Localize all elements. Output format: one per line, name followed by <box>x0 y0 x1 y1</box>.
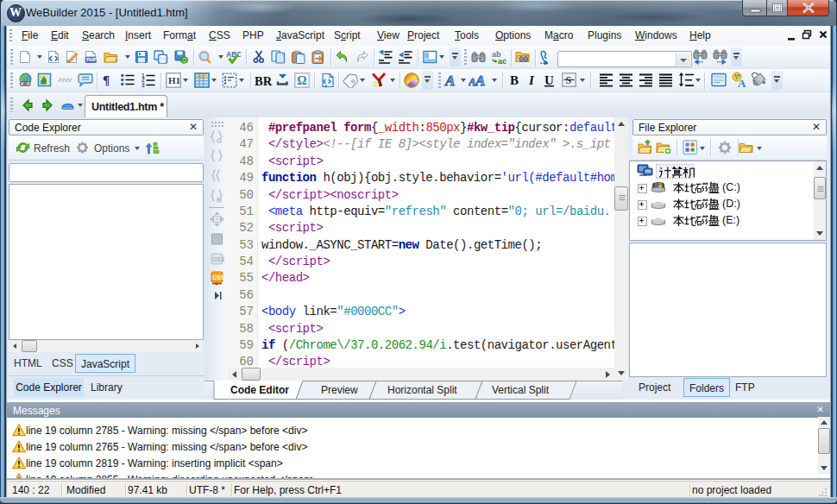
svg-text:ABC: ABC <box>226 50 241 59</box>
svg-text:¶: ¶ <box>103 73 110 87</box>
svg-text:H1: H1 <box>168 75 180 85</box>
svg-text:BR: BR <box>255 74 273 88</box>
svg-text:A: A <box>444 72 455 88</box>
svg-text:Vertical Split: Vertical Split <box>492 384 550 396</box>
svg-text:U: U <box>544 73 554 87</box>
svg-text:Code Editor: Code Editor <box>230 384 289 396</box>
svg-text:B: B <box>510 73 519 87</box>
svg-text:ac: ac <box>498 57 507 65</box>
svg-text:CSS: CSS <box>212 274 224 280</box>
svg-text:Preview: Preview <box>321 384 358 396</box>
svg-text:CSS: CSS <box>212 256 224 262</box>
svg-text:3: 3 <box>142 82 145 88</box>
svg-text:Horizontal Split: Horizontal Split <box>387 384 457 396</box>
svg-text:PHP: PHP <box>86 57 97 62</box>
svg-text:Ω: Ω <box>297 74 306 87</box>
svg-text:A: A <box>475 72 485 88</box>
svg-text:A: A <box>738 77 746 89</box>
svg-text:I: I <box>528 73 535 87</box>
